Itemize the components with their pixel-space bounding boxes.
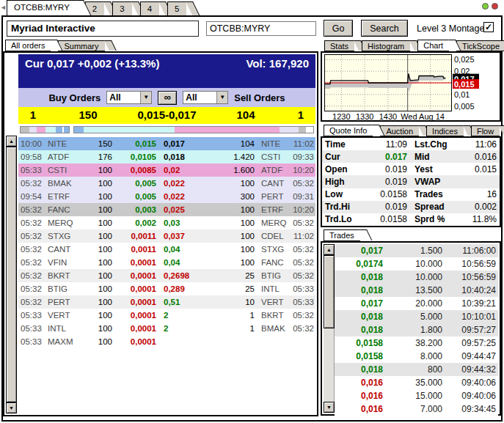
order-row[interactable]: 05:33MAXM1000,0001 (18, 335, 315, 348)
order-cell-mm: INTL (45, 322, 77, 335)
buy-filter-dropdown[interactable]: All ▼ (106, 91, 152, 104)
tab-indices[interactable]: Indices (426, 125, 464, 136)
symbol-input[interactable] (206, 21, 316, 36)
depth-segment (56, 127, 62, 133)
chevron-down-icon[interactable]: ▼ (216, 92, 227, 103)
window-tab-4[interactable]: 4 (140, 1, 159, 16)
chevron-down-icon[interactable]: ▼ (140, 92, 151, 103)
quote-label: Low (325, 189, 362, 199)
quote-label: Cur (325, 152, 362, 162)
trades-scrollbar[interactable]: ▲ ▼ (324, 244, 335, 413)
x-tick-label: 1230 (332, 112, 350, 120)
volume-text: Vol: 167,920 (246, 57, 309, 88)
close-dot-icon[interactable] (492, 3, 498, 10)
quote-value: 0.002 (451, 202, 497, 212)
tab-scroll-left-icon[interactable]: ◄ (0, 4, 7, 11)
order-filter-bar: Buy Orders All ▼ ∞ All ▼ Sell Orders (18, 88, 315, 107)
order-cell-sz: 100 (77, 163, 112, 177)
trade-size: 35.000 (383, 376, 442, 389)
tab-trades[interactable]: Trades (324, 229, 360, 241)
order-cell-ts (287, 335, 315, 348)
tab-flow[interactable]: Flow (471, 125, 500, 136)
trade-row[interactable]: 0,01810.00010:56:59 (335, 271, 498, 284)
trade-row[interactable]: 0,01615.00009:40:06 (335, 389, 498, 402)
buy-depth-bar (20, 126, 70, 133)
tab-summary[interactable]: Summary (58, 40, 104, 51)
order-cell-sz: 100 (77, 335, 112, 348)
order-row[interactable]: 05:32MERQ1000,0020,03100MERQ05:32 (18, 216, 315, 229)
order-row[interactable]: 05:33INTL1000,000121BMAK05:32 (18, 322, 315, 335)
link-filters-button[interactable]: ∞ (158, 91, 177, 105)
price-chart: 0,0250,020,010,0050,0170,015123013301430… (322, 53, 500, 120)
window-tab-3[interactable]: 3 (112, 1, 131, 16)
trade-row[interactable]: 0,01720.00010:39:21 (335, 297, 498, 310)
order-row[interactable]: 05:32FANC1000,0030,025100ETRF10:20 (18, 203, 315, 216)
level3-montage-checkbox[interactable]: ✓ (483, 22, 494, 32)
tab-auction[interactable]: Auction (380, 125, 419, 136)
tab-histogram[interactable]: Histogram (362, 40, 410, 51)
order-cell-pb: 0,0105 (112, 150, 156, 163)
order-cell-tm: 05:32 (18, 203, 45, 216)
trade-row[interactable]: 0,01588.00009:44:47 (335, 350, 498, 363)
order-row[interactable]: 05:32BMAK1000,0050,022100CANT05:32 (18, 177, 315, 190)
quote-label: Open (325, 164, 362, 174)
order-cell-ps (162, 335, 202, 348)
window-tab-otcbb-myry[interactable]: OTCBB:MYRY (7, 0, 77, 16)
trade-row[interactable]: 0,01635.00009:40:06 (335, 376, 498, 389)
scroll-down-icon[interactable]: ▼ (6, 402, 17, 413)
order-row[interactable]: 05:32BTIG1000,00010,28925INTL05:33 (18, 282, 315, 295)
trades-scrollbar-thumb[interactable] (324, 255, 335, 328)
order-cell-ss: 10 (202, 295, 255, 309)
trade-row[interactable]: 0,01880009:44:32 (335, 363, 498, 376)
order-cell-ps: 0,04 (162, 256, 202, 269)
tab-all-orders[interactable]: All orders (5, 40, 51, 51)
order-row[interactable]: 10:00NITE1500,0150,017104NITE11:02 (18, 137, 315, 150)
orders-scrollbar[interactable]: ▲ ▼ (6, 136, 17, 413)
trade-row[interactable]: 0,0167.00009:34:45 (335, 402, 498, 416)
order-cell-pb: 0,0011 (112, 229, 156, 243)
quote-value: 11:06 (451, 139, 497, 150)
order-cell-tm: 09:58 (18, 150, 45, 163)
order-row[interactable]: 05:32CANT1000,00110,04100STXG05:32 (18, 243, 315, 256)
tab-stats[interactable]: Stats (324, 40, 354, 51)
order-row[interactable]: 09:54ETRF1000,0050,022300PERT09:31 (18, 190, 315, 203)
search-button[interactable]: Search (361, 20, 408, 37)
order-cell-ms: BMAK (255, 322, 287, 335)
order-cell-ss: 100 (202, 256, 255, 269)
trade-row[interactable]: 0,0181.80009:57:27 (335, 323, 498, 336)
trade-row[interactable]: 0,01813.50010:40:24 (335, 284, 498, 297)
order-row[interactable]: 05:33VERT1000,000121BKRT05:32 (18, 309, 315, 322)
order-cell-ps: 0,017 (162, 137, 202, 150)
sell-filter-dropdown[interactable]: All ▼ (183, 91, 228, 104)
order-row[interactable]: 05:32VFIN1000,00010,04100FANC05:32 (18, 256, 315, 269)
order-row[interactable]: 05:32BKRT1000,00010,269825BTIG05:32 (18, 269, 315, 282)
scroll-up-icon[interactable]: ▲ (324, 244, 335, 255)
tab-quote-info[interactable]: Quote Info (324, 125, 373, 136)
minimize-dot-icon[interactable] (482, 3, 489, 10)
order-row[interactable]: 05:32PERT1000,00010,5110VERT05:33 (18, 295, 315, 309)
scroll-down-icon[interactable]: ▼ (324, 402, 335, 413)
window-tab-5[interactable]: 5 (167, 1, 186, 16)
order-cell-mm: BTIG (45, 282, 77, 295)
trade-price: 0,018 (335, 284, 383, 297)
order-cell-mm: FANC (45, 203, 77, 216)
scroll-up-icon[interactable]: ▲ (6, 136, 17, 147)
order-row[interactable]: 09:58ATDF1760,01050,0181.420CSTI09:33 (18, 150, 315, 163)
tab-tickscope[interactable]: TickScope (456, 40, 504, 51)
trade-row[interactable]: 0,015838.20009:57:25 (335, 336, 498, 350)
trade-row[interactable]: 0,0171.50011:06:00 (335, 244, 498, 257)
order-cell-ps: 0,2698 (162, 269, 202, 282)
trade-row[interactable]: 0,0185.00010:10:01 (335, 310, 498, 323)
quote-header-bar: Cur 0,017 +0,002 (+13.3%) Vol: 167,920 (18, 54, 315, 88)
order-cell-ms: CANT (255, 177, 287, 190)
order-row[interactable]: 05:33CSTI1000,00850,021.600ATDF10:20 (18, 163, 315, 177)
order-cell-gap (156, 295, 162, 309)
order-cell-pb: 0,0085 (112, 163, 156, 177)
depth-segment (84, 127, 175, 133)
order-row[interactable]: 05:32STXG1000,00110,037100CDEL11:02 (18, 229, 315, 243)
go-button[interactable]: Go (324, 20, 353, 37)
tab-chart[interactable]: Chart (417, 40, 449, 51)
orders-scrollbar-thumb[interactable] (6, 147, 17, 402)
quote-row: High0.019VWAP (322, 175, 500, 188)
trade-row[interactable]: 0,017410.00010:56:59 (335, 257, 498, 271)
